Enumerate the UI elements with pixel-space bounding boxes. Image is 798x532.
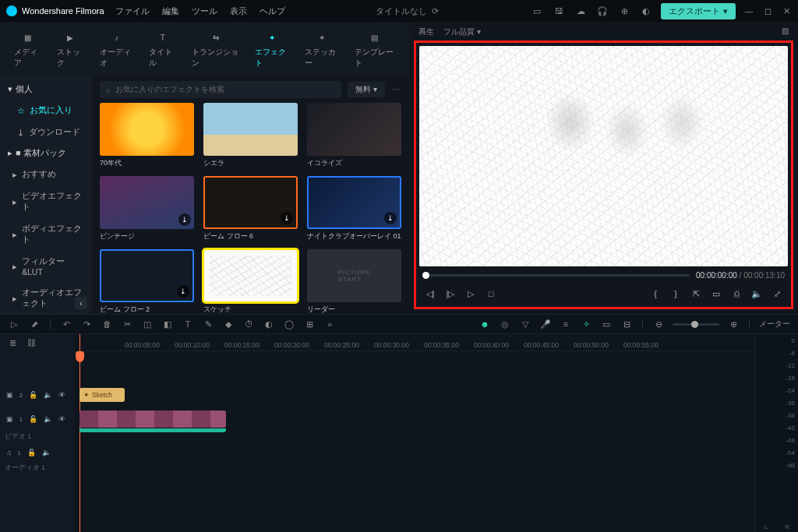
mark-in-button[interactable]: { (649, 287, 662, 300)
tab-media[interactable]: ▦メディア (9, 26, 46, 72)
sidebar-header-materials[interactable]: ▸■ 素材パック (0, 143, 92, 164)
sidebar-header-personal[interactable]: ▾個人 (0, 79, 92, 100)
effect-thumb-0[interactable]: 70年代 (100, 103, 194, 168)
free-filter[interactable]: 無料 ▾ (348, 82, 385, 97)
device-icon[interactable]: ▭ (530, 4, 544, 18)
mark-out-button[interactable]: } (669, 287, 682, 300)
mute-icon[interactable]: 🔈 (42, 449, 51, 456)
avatar-icon[interactable]: ◐ (639, 4, 653, 18)
snapshot-icon[interactable]: ▧ (782, 26, 789, 37)
mute-icon[interactable]: 🔈 (44, 391, 52, 399)
lock-icon[interactable]: 🔓 (29, 391, 37, 399)
effect-thumb-5[interactable]: ⤓ナイトクラブオーバーレイ 01 (307, 176, 401, 241)
display-icon[interactable]: ▭ (710, 287, 722, 300)
title-tool[interactable]: T (182, 318, 194, 330)
preview-tab-quality[interactable]: フル品質 ▾ (443, 26, 481, 37)
tab-title[interactable]: Tタイトル (144, 26, 181, 72)
cursor-tool[interactable]: ⬈ (28, 318, 41, 330)
delete-button[interactable]: 🗑 (101, 318, 113, 330)
export-button[interactable]: エクスポート▾ (661, 3, 736, 19)
menu-help[interactable]: ヘルプ (260, 5, 285, 17)
video-track-lane[interactable] (75, 409, 755, 434)
timeline-canvas[interactable]: 00:00:05:0000:00:10:0000:00:15:0000:00:2… (75, 334, 755, 532)
auto-tool[interactable]: ✧ (580, 318, 592, 330)
tab-template[interactable]: ▤テンプレート (350, 26, 400, 72)
eye-icon[interactable]: 👁 (58, 391, 65, 399)
zoom-in-button[interactable]: ⊕ (727, 318, 740, 330)
maximize-button[interactable]: ◻ (762, 5, 773, 16)
stop-button[interactable]: □ (485, 287, 497, 300)
expand-tool[interactable]: » (323, 318, 336, 330)
capture-icon[interactable]: ⎙ (730, 287, 743, 300)
sidebar-item-filter-lut[interactable]: ▸フィルター&LUT (0, 251, 92, 282)
cloud-icon[interactable]: ☁ (574, 4, 588, 18)
menu-tool[interactable]: ツール (192, 5, 217, 17)
zoom-out-button[interactable]: ⊖ (652, 318, 665, 330)
search-input[interactable]: ⌕お気に入りのエフェクトを検索 (100, 81, 341, 98)
view-tool[interactable]: ⊟ (620, 318, 633, 330)
support-icon[interactable]: 🎧 (595, 4, 609, 18)
save-icon[interactable]: 🖫 (552, 4, 566, 18)
lock-icon[interactable]: 🔓 (29, 415, 37, 423)
menu-view[interactable]: 表示 (230, 5, 247, 17)
record-tool[interactable]: ◎ (499, 318, 511, 330)
undo-button[interactable]: ↶ (60, 318, 72, 330)
video-track-header[interactable]: ▣1 🔓 🔈 👁 (0, 406, 75, 432)
popout-icon[interactable]: ⇱ (690, 287, 702, 300)
time-ruler[interactable]: 00:00:05:0000:00:10:0000:00:15:0000:00:2… (75, 334, 755, 351)
menu-edit[interactable]: 編集 (162, 5, 179, 17)
redo-button[interactable]: ↷ (80, 318, 93, 330)
green-tool[interactable]: ◯ (283, 318, 295, 330)
tab-transition[interactable]: ⇆トランジション (187, 26, 244, 72)
video-clip[interactable] (79, 410, 226, 428)
speed-tool[interactable]: ⏱ (242, 318, 255, 330)
sidebar-collapse-button[interactable]: ‹ (75, 297, 87, 309)
sidebar-item-body-fx[interactable]: ▸ボディエフェクト (0, 218, 92, 251)
preview-viewport[interactable] (419, 46, 788, 266)
effect-thumb-4[interactable]: ⤓ビーム フロー 6 (203, 176, 298, 241)
scrub-track[interactable] (422, 274, 690, 277)
effect-thumb-3[interactable]: ⤓ビンテージ (100, 176, 194, 241)
lock-icon[interactable]: 🔓 (27, 449, 36, 456)
mute-icon[interactable]: 🔈 (44, 415, 52, 423)
eye-icon[interactable]: 👁 (58, 415, 65, 423)
audio-track-header[interactable]: ♫1 🔓 🔈 (0, 442, 75, 463)
notify-icon[interactable]: ⊕ (617, 4, 631, 18)
fx-track-lane[interactable]: ✦Sketch (75, 386, 755, 406)
menu-file[interactable]: ファイル (115, 5, 150, 17)
voice-tool[interactable]: 🎤 (539, 318, 552, 330)
cut-button[interactable]: ✂ (121, 318, 133, 330)
volume-icon[interactable]: 🔈 (750, 287, 763, 300)
sidebar-item-video-fx[interactable]: ▸ビデオエフェクト (0, 185, 92, 218)
effect-thumb-1[interactable]: シエラ (203, 103, 298, 168)
tab-audio[interactable]: ♪オーディオ (95, 26, 139, 72)
ai-tool[interactable]: ☻ (478, 318, 491, 330)
minimize-button[interactable]: — (743, 5, 754, 16)
fx-track-header[interactable]: ▣2 🔓 🔈 👁 (0, 384, 75, 406)
effect-thumb-2[interactable]: イコライズ (307, 103, 401, 168)
effect-thumb-6[interactable]: ⤓ビーム フロー 2 (100, 249, 194, 314)
close-button[interactable]: ✕ (781, 5, 792, 16)
crop-button[interactable]: ◫ (141, 318, 154, 330)
sidebar-favorites[interactable]: ☆お気に入り (0, 100, 92, 122)
track-settings-icon[interactable]: ≣ (6, 336, 19, 349)
tab-stock[interactable]: ▶ストック (52, 26, 89, 72)
more-menu[interactable]: ⋯ (391, 85, 401, 95)
color-tool[interactable]: ◐ (263, 318, 275, 330)
edit-tool[interactable]: ✎ (202, 318, 214, 330)
effect-thumb-7[interactable]: スケッチ (203, 249, 298, 314)
fullscreen-icon[interactable]: ⤢ (771, 287, 783, 300)
play-button[interactable]: ▷ (464, 287, 477, 300)
sidebar-item-recommended[interactable]: ▸おすすめ (0, 164, 92, 185)
keyframe-tool[interactable]: ◆ (222, 318, 235, 330)
marker-tool[interactable]: ▽ (519, 318, 531, 330)
effect-thumb-8[interactable]: PICTURESTARTリーダー (307, 249, 401, 314)
scrub-bar[interactable]: 00:00:00:00 / 00:00:13:10 (419, 266, 788, 284)
prev-frame-button[interactable]: ◁| (424, 287, 436, 300)
tab-effect[interactable]: ✦エフェクト (250, 26, 294, 72)
mixer-tool[interactable]: ≡ (560, 318, 572, 330)
preview-tab-play[interactable]: 再生 (418, 26, 434, 37)
scrub-handle[interactable] (422, 272, 429, 279)
text-button[interactable]: ◧ (161, 318, 174, 330)
zoom-slider[interactable] (673, 323, 719, 326)
